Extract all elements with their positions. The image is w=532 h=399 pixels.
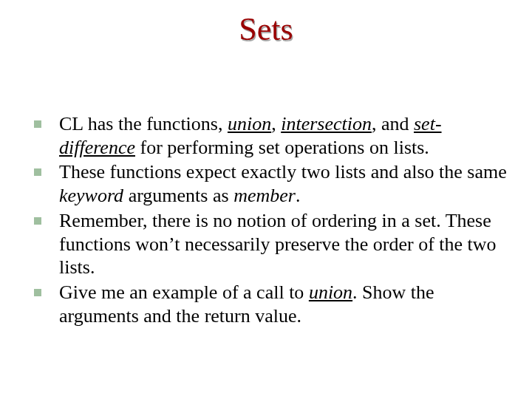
bullet-text: These functions expect exactly two lists…: [59, 160, 510, 207]
text-run: Give me an example of a call to: [59, 282, 309, 303]
bullet-text: Remember, there is no notion of ordering…: [59, 209, 510, 279]
text-run: ,: [271, 113, 281, 134]
text-run: , and: [372, 113, 414, 134]
slide: Sets CL has the functions, union, inters…: [0, 0, 532, 399]
slide-body: CL has the functions, union, intersectio…: [34, 112, 510, 329]
bullet-icon: [34, 168, 41, 176]
list-item: CL has the functions, union, intersectio…: [34, 112, 510, 159]
term-union: union: [309, 282, 352, 303]
list-item: These functions expect exactly two lists…: [34, 160, 510, 207]
text-run: These functions expect exactly two lists…: [59, 161, 507, 183]
term-union: union: [228, 113, 271, 134]
text-run: arguments as: [123, 185, 233, 206]
bullet-icon: [34, 217, 41, 225]
term-member: member: [233, 185, 296, 206]
text-run: .: [296, 185, 301, 206]
term-intersection: intersection: [281, 113, 372, 134]
bullet-text: CL has the functions, union, intersectio…: [59, 112, 510, 159]
text-run: for performing set operations on lists.: [135, 137, 429, 158]
bullet-icon: [34, 289, 41, 296]
bullet-text: Give me an example of a call to union. S…: [59, 281, 510, 327]
list-item: Remember, there is no notion of ordering…: [34, 209, 510, 279]
bullet-icon: [34, 120, 41, 128]
text-run: CL has the functions,: [59, 113, 228, 134]
slide-title: Sets: [0, 0, 532, 48]
list-item: Give me an example of a call to union. S…: [34, 281, 510, 327]
term-keyword: keyword: [59, 185, 123, 206]
